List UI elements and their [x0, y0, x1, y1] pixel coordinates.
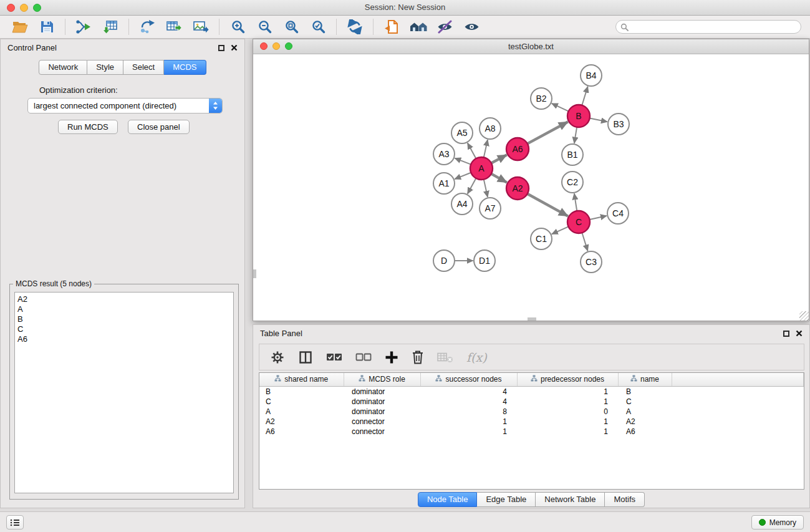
float-panel-button[interactable] [218, 45, 224, 51]
import-table-button[interactable] [99, 17, 122, 37]
column-header-shared-name[interactable]: shared name [259, 373, 344, 386]
network-graph[interactable]: B4B2BB3A8A5A6A3B1AC2A1A2A4A7C4CC1DD1C3 [253, 54, 809, 321]
tab-style[interactable]: Style [87, 60, 123, 75]
save-session-button[interactable] [36, 17, 58, 37]
mcds-result-item[interactable]: A2 [17, 294, 231, 304]
table-row[interactable]: Cdominator41C [259, 397, 804, 407]
network-close-button[interactable] [260, 42, 268, 50]
graph-edge-A-A7[interactable] [484, 180, 488, 197]
graph-edge-B-B2[interactable] [552, 104, 569, 112]
graph-edge-C-C1[interactable] [552, 226, 569, 234]
select-all-button[interactable] [326, 352, 342, 363]
export-table-button[interactable] [163, 17, 185, 37]
graph-node-label-A4: A4 [456, 199, 467, 209]
zoom-out-button[interactable] [253, 17, 276, 37]
tab-network-table[interactable]: Network Table [536, 492, 605, 507]
network-window-title: testGlobe.txt [253, 39, 809, 54]
graph-edge-B-B1[interactable] [574, 127, 577, 143]
graph-node-label-D1: D1 [479, 256, 490, 266]
mcds-result-item[interactable]: A [17, 304, 231, 314]
search-input[interactable] [632, 22, 796, 31]
mcds-result-item[interactable]: A6 [17, 334, 231, 344]
delete-column-button [437, 351, 453, 364]
table-row[interactable]: Bdominator41B [259, 386, 804, 397]
close-panel-button[interactable]: Close panel [128, 120, 190, 134]
graph-edge-C-C3[interactable] [582, 233, 587, 251]
canvas-scroll-nub-horizontal[interactable] [528, 317, 536, 321]
mcds-result-item[interactable]: B [17, 314, 231, 324]
gear-icon [270, 350, 285, 365]
tab-node-table[interactable]: Node Table [418, 492, 478, 507]
hide-details-button[interactable] [434, 17, 456, 37]
refresh-view-button[interactable] [344, 17, 366, 37]
graph-edge-A6-B[interactable] [528, 122, 568, 143]
delete-button[interactable] [412, 350, 424, 365]
column-header-mcds-role[interactable]: MCDS role [344, 373, 420, 386]
graph-edge-C-C4[interactable] [590, 216, 607, 220]
table-panel-title: Table Panel [260, 329, 302, 338]
tab-network[interactable]: Network [39, 60, 87, 75]
zoom-fit-button[interactable] [280, 17, 302, 37]
float-table-panel-button[interactable] [783, 331, 789, 337]
graph-edge-A-A5[interactable] [468, 143, 476, 158]
window-resize-grip[interactable] [799, 311, 809, 321]
table-row[interactable]: Adominator80A [259, 407, 804, 417]
graph-edge-A-A6[interactable] [491, 155, 507, 163]
import-network-button[interactable] [72, 17, 95, 37]
first-neighbors-button[interactable] [380, 17, 403, 37]
export-network-button[interactable] [136, 17, 158, 37]
zoom-in-button[interactable] [226, 17, 249, 37]
zoom-selected-button[interactable] [307, 17, 329, 37]
graph-edge-A-A8[interactable] [484, 140, 488, 157]
column-header-predecessor-nodes[interactable]: predecessor nodes [517, 373, 618, 386]
export-image-button[interactable] [190, 17, 212, 37]
mcds-result-item[interactable]: C [17, 324, 231, 334]
close-window-button[interactable] [7, 4, 15, 12]
graph-edge-A-A3[interactable] [455, 158, 471, 165]
graph-edge-C-C2[interactable] [574, 193, 577, 211]
overview-button[interactable] [407, 17, 430, 37]
show-columns-button[interactable] [298, 350, 313, 365]
add-column-button[interactable] [385, 351, 398, 364]
table-row[interactable]: A6connector11A6 [259, 427, 804, 437]
close-panel-icon[interactable] [231, 44, 238, 51]
network-minimize-button[interactable] [272, 42, 280, 50]
memory-button[interactable]: Memory [751, 515, 804, 530]
graph-edge-B-B4[interactable] [582, 87, 587, 105]
graph-edge-A-A2[interactable] [491, 174, 507, 183]
optimization-criterion-value: largest connected component (directed) [34, 101, 176, 110]
toolbar-separator [373, 19, 374, 35]
tab-select[interactable]: Select [123, 60, 164, 75]
open-session-button[interactable] [9, 17, 31, 37]
table-row[interactable]: A2connector11A2 [259, 417, 804, 427]
graph-edge-A-A4[interactable] [468, 178, 476, 194]
close-table-panel-icon[interactable] [796, 330, 803, 337]
graph-edge-A2-C[interactable] [528, 194, 568, 216]
tab-mcds[interactable]: MCDS [164, 60, 206, 75]
graph-edge-A-A1[interactable] [455, 173, 471, 179]
import-table-icon [102, 19, 118, 34]
optimization-criterion-select[interactable]: largest connected component (directed) [27, 98, 223, 114]
plus-icon [385, 351, 398, 364]
network-canvas[interactable]: B4B2BB3A8A5A6A3B1AC2A1A2A4A7C4CC1DD1C3 [253, 54, 809, 321]
show-details-button[interactable] [461, 17, 483, 37]
toolbar-separator [219, 19, 219, 35]
mcds-result-list[interactable]: A2ABCA6 [14, 292, 234, 493]
zoom-selected-icon [311, 20, 325, 34]
network-zoom-button[interactable] [285, 42, 292, 50]
tab-motifs[interactable]: Motifs [605, 492, 645, 507]
search-field[interactable] [615, 20, 801, 34]
graph-edge-B-B3[interactable] [590, 118, 607, 122]
zoom-window-button[interactable] [33, 4, 41, 12]
deselect-all-button[interactable] [355, 352, 372, 363]
table-settings-button[interactable] [270, 350, 285, 365]
export-image-icon [193, 19, 209, 34]
minimize-window-button[interactable] [20, 4, 28, 12]
column-header-name[interactable]: name [618, 373, 672, 386]
run-mcds-button[interactable]: Run MCDS [58, 120, 118, 134]
column-header-successor-nodes[interactable]: successor nodes [420, 373, 517, 386]
table-panel-tabs: Node TableEdge TableNetwork TableMotifs [253, 492, 809, 507]
canvas-scroll-nub-vertical[interactable] [253, 269, 256, 278]
tab-edge-table[interactable]: Edge Table [477, 492, 536, 507]
task-history-button[interactable] [6, 515, 24, 530]
